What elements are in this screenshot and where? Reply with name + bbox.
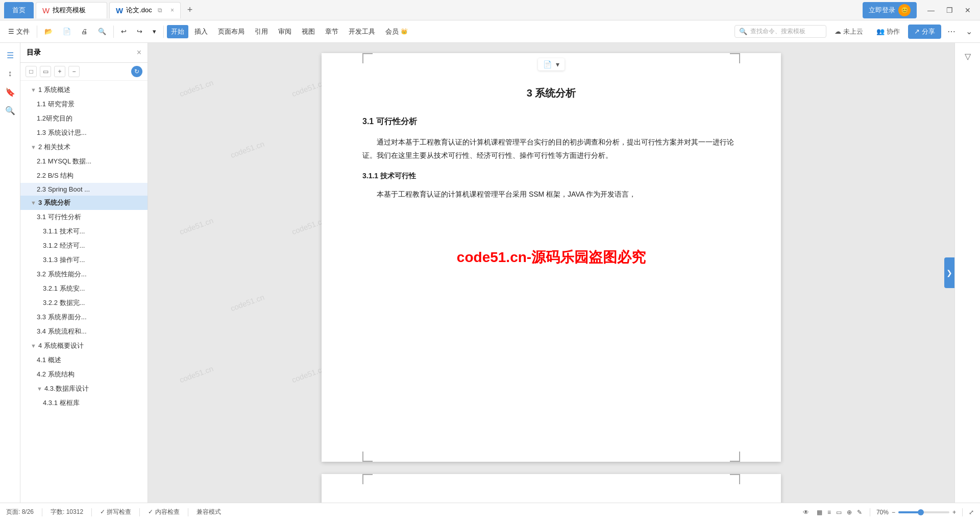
toc-icon-btn[interactable]: ☰	[2, 47, 18, 63]
tab-home[interactable]: 首页	[4, 2, 34, 18]
more-arrow-btn[interactable]: ▾	[149, 26, 160, 37]
search-cloud-area: 🔍 查找命令、搜索模板 ☁ 未上云 👥 协作 ↗ 分享 ⋯ ⌄	[734, 25, 976, 39]
fullscreen-btn[interactable]: ⤢	[969, 509, 974, 516]
toc-item-3-3[interactable]: 3.3 系统界面分...	[20, 310, 148, 324]
zoom-out-btn[interactable]: −	[892, 509, 895, 516]
search-box[interactable]: 🔍 查找命令、搜索模板	[734, 25, 826, 38]
doc-arrow-btn[interactable]: ▾	[556, 60, 559, 68]
doc-icon-btn[interactable]: 📄	[543, 60, 552, 68]
toc-remove-btn[interactable]: −	[68, 66, 80, 77]
toc-item-3-2-2[interactable]: 3.2.2 数据完...	[20, 296, 148, 310]
toc-item-3-1-1[interactable]: 3.1.1 技术可...	[20, 224, 148, 239]
toc-add-btn[interactable]: +	[54, 66, 65, 77]
toc-item-4-3-1[interactable]: 4.3.1 枢框库	[20, 396, 148, 410]
search-sidebar-btn[interactable]: 🔍	[2, 102, 18, 119]
share-btn[interactable]: ↗ 分享	[908, 25, 941, 39]
toc-item-1-1[interactable]: 1.1 研究背景	[20, 97, 148, 111]
grid-view-btn[interactable]: ⊕	[847, 509, 852, 516]
ref-label: 引用	[255, 27, 268, 36]
toc-expand-all-btn[interactable]: ▭	[40, 66, 51, 77]
toc-item-1-3[interactable]: 1.3 系统设计思...	[20, 126, 148, 140]
tab-close-btn[interactable]: ×	[170, 7, 174, 14]
login-button[interactable]: 立即登录 😊	[863, 2, 917, 18]
toc-item-2[interactable]: ▼ 2 相关技术	[20, 140, 148, 154]
tab-wps-template[interactable]: W 找程亮模板	[36, 2, 107, 18]
chapter-label: 章节	[325, 27, 338, 36]
toc-item-4-3[interactable]: ▼ 4.3.数据库设计	[20, 382, 148, 396]
undo-btn[interactable]: ↩	[117, 26, 131, 37]
toc-collapse-all-btn[interactable]: □	[26, 66, 37, 77]
redo-btn[interactable]: ↪	[133, 26, 146, 37]
toc-item-4-1[interactable]: 4.1 概述	[20, 353, 148, 367]
zoom-fill	[898, 511, 919, 513]
toc-item-1-2[interactable]: 1.2研究目的	[20, 111, 148, 126]
restore-btn[interactable]: ❐	[941, 3, 958, 17]
zoom-handle[interactable]	[918, 509, 924, 515]
toc-item-3-1-2[interactable]: 3.1.2 经济可...	[20, 239, 148, 253]
zoom-slider[interactable]	[898, 511, 949, 513]
view-label: 视图	[302, 27, 315, 36]
eye-icon-btn[interactable]: 👁	[803, 509, 809, 516]
toc-item-3[interactable]: ▼ 3 系统分析	[20, 196, 148, 210]
zoom-in-btn[interactable]: +	[952, 509, 956, 516]
scroll-right-btn[interactable]: ❯	[944, 257, 954, 288]
content-check-item[interactable]: ✓ 内容检查	[148, 508, 179, 516]
toc-item-4-2[interactable]: 4.2 系统结构	[20, 367, 148, 382]
toc-item-3-2-1[interactable]: 3.2.1 系统安...	[20, 281, 148, 296]
edit-view-btn[interactable]: ✎	[857, 509, 862, 516]
view-tab-btn[interactable]: 视图	[298, 25, 319, 38]
bookmark-icon-btn[interactable]: 🔖	[2, 84, 18, 100]
toc-item-2-2[interactable]: 2.2 B/S 结构	[20, 169, 148, 183]
layout-tab-btn[interactable]: 页面布局	[214, 25, 249, 38]
content-check-label: ✓ 内容检查	[148, 508, 179, 516]
collab-icon: 👥	[876, 28, 885, 35]
toc-item-1[interactable]: ▼ 1 系统概述	[20, 83, 148, 97]
minimize-btn[interactable]: —	[923, 3, 939, 17]
doc-view-btn[interactable]: ▦	[817, 509, 822, 516]
ref-tab-btn[interactable]: 引用	[251, 25, 272, 38]
toc-item-4[interactable]: ▼ 4 系统概要设计	[20, 339, 148, 353]
toc-item-3-1[interactable]: 3.1 可行性分析	[20, 210, 148, 224]
insert-tab-btn[interactable]: 插入	[190, 25, 212, 38]
toc-item-2-1[interactable]: 2.1 MYSQL 数据...	[20, 154, 148, 169]
member-tab-btn[interactable]: 会员 👑	[381, 25, 412, 38]
cloud-btn[interactable]: ☁ 未上云	[829, 25, 868, 38]
copyright-overlay: code51.cn-源码乐园盗图必究	[457, 248, 646, 267]
list-view-btn[interactable]: ≡	[827, 509, 831, 516]
close-btn[interactable]: ✕	[960, 3, 976, 17]
collab-btn[interactable]: 👥 协作	[871, 25, 905, 38]
chapter-tab-btn[interactable]: 章节	[321, 25, 342, 38]
document-area[interactable]: code51.cn code51.cn code51.cn code51.cn …	[148, 43, 954, 503]
tab-add-btn[interactable]: +	[183, 3, 197, 17]
tab-restore-icon[interactable]: ⧉	[155, 6, 165, 15]
right-panel-filter-btn[interactable]: ▽	[959, 47, 977, 65]
toc-active-indicator[interactable]: ↻	[131, 66, 142, 77]
expand-btn[interactable]: ⌄	[962, 25, 976, 39]
tab-wps-label: 找程亮模板	[53, 6, 86, 15]
doc-content-top: 3 系统分析 3.1 可行性分析 通过对本基于工程教育认证的计算机课程管理平台实…	[362, 84, 740, 201]
more-options-btn[interactable]: ⋯	[944, 25, 959, 39]
search-placeholder: 查找命令、搜索模板	[750, 27, 805, 36]
toc-item-2-3[interactable]: 2.3 Spring Boot ...	[20, 183, 148, 196]
toc-item-3-1-3[interactable]: 3.1.3 操作可...	[20, 253, 148, 267]
toc-item-3-2[interactable]: 3.2 系统性能分...	[20, 267, 148, 281]
toc-item-3-4[interactable]: 3.4 系统流程和...	[20, 324, 148, 339]
page-info-item: 页面: 8/26	[6, 508, 34, 516]
tab-document[interactable]: W 论文.doc ⧉ ×	[109, 2, 181, 18]
print-btn[interactable]: 🖨	[77, 26, 92, 37]
start-tab-btn[interactable]: 开始	[167, 25, 188, 38]
split-view-btn[interactable]: ▭	[836, 509, 842, 516]
toc-close-btn[interactable]: ×	[137, 48, 141, 57]
file-menu-btn[interactable]: ☰ 文件	[4, 25, 34, 38]
compat-mode-item: 兼容模式	[197, 508, 221, 516]
devtools-tab-btn[interactable]: 开发工具	[345, 25, 379, 38]
new-doc-btn[interactable]: 📄	[59, 26, 75, 37]
preview-btn[interactable]: 🔍	[94, 26, 110, 37]
open-file-btn[interactable]: 📂	[40, 26, 57, 37]
review-tab-btn[interactable]: 审阅	[274, 25, 296, 38]
spell-check-item[interactable]: ✓ 拼写检查	[100, 508, 131, 516]
nav-icon-btn[interactable]: ↕	[2, 65, 18, 82]
main-toolbar: ☰ 文件 📂 📄 🖨 🔍 ↩ ↪ ▾ 开始 插入 页面布局 引用 审阅 视图 章…	[0, 20, 980, 43]
review-label: 审阅	[278, 27, 291, 36]
status-div-5	[870, 508, 870, 516]
